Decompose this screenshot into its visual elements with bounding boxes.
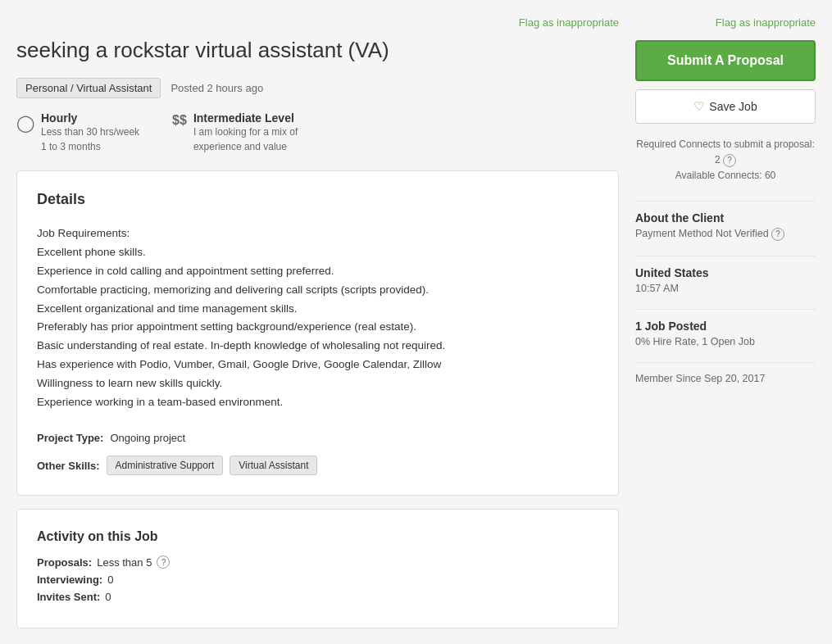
connects-help-icon[interactable]: ? bbox=[723, 154, 736, 167]
proposals-row: Proposals: Less than 5 ? bbox=[37, 556, 598, 569]
divider-3 bbox=[635, 309, 816, 310]
country-section: United States 10:57 AM bbox=[635, 266, 816, 294]
skill-administrative-support[interactable]: Administrative Support bbox=[107, 456, 224, 475]
divider-4 bbox=[635, 362, 816, 363]
jobs-posted-title: 1 Job Posted bbox=[635, 320, 816, 333]
proposals-help-icon[interactable]: ? bbox=[157, 556, 170, 569]
about-client-title: About the Client bbox=[635, 211, 816, 224]
save-job-button[interactable]: ♡ Save Job bbox=[635, 89, 816, 124]
sidebar: Flag as inappropriate Submit A Proposal … bbox=[635, 16, 816, 628]
connects-info: Required Connects to submit a proposal: … bbox=[635, 137, 816, 184]
details-card: Details Job Requirements: Excellent phon… bbox=[16, 170, 619, 496]
project-type-value: Ongoing project bbox=[110, 432, 185, 444]
heart-icon: ♡ bbox=[693, 99, 704, 114]
hourly-label: Hourly bbox=[41, 111, 139, 125]
level-meta: $$ Intermediate Level I am looking for a… bbox=[172, 111, 298, 154]
level-sub: I am looking for a mix of experience and… bbox=[193, 125, 298, 154]
country-name: United States bbox=[635, 266, 816, 279]
divider-1 bbox=[635, 201, 816, 202]
hourly-meta: ◯ Hourly Less than 30 hrs/week 1 to 3 mo… bbox=[16, 111, 139, 154]
details-title: Details bbox=[37, 191, 598, 208]
interviewing-label: Interviewing: bbox=[37, 574, 102, 586]
skills-label: Other Skills: bbox=[37, 460, 100, 472]
project-type-label: Project Type: bbox=[37, 432, 103, 444]
job-description: Job Requirements: Excellent phone skills… bbox=[37, 224, 598, 412]
save-btn-label: Save Job bbox=[709, 100, 757, 113]
skills-row: Other Skills: Administrative Support Vir… bbox=[37, 456, 598, 475]
invites-label: Invites Sent: bbox=[37, 591, 100, 603]
hourly-sub: Less than 30 hrs/week 1 to 3 months bbox=[41, 125, 139, 154]
invites-row: Invites Sent: 0 bbox=[37, 591, 598, 603]
interviewing-row: Interviewing: 0 bbox=[37, 574, 598, 586]
flag-link-sidebar[interactable]: Flag as inappropriate bbox=[635, 16, 816, 29]
interviewing-value: 0 bbox=[107, 574, 113, 586]
member-since: Member Since Sep 20, 2017 bbox=[635, 373, 816, 384]
submit-proposal-button[interactable]: Submit A Proposal bbox=[635, 40, 816, 81]
flag-link[interactable]: Flag as inappropriate bbox=[16, 16, 619, 29]
tags-row: Personal / Virtual Assistant Posted 2 ho… bbox=[16, 78, 619, 98]
payment-status: Payment Method Not Verified ? bbox=[635, 228, 816, 241]
divider-2 bbox=[635, 256, 816, 256]
invites-value: 0 bbox=[105, 591, 111, 603]
payment-help-icon[interactable]: ? bbox=[771, 228, 784, 241]
page-title: seeking a rockstar virtual assistant (VA… bbox=[16, 37, 619, 65]
jobs-posted-sub: 0% Hire Rate, 1 Open Job bbox=[635, 336, 816, 347]
category-tag[interactable]: Personal / Virtual Assistant bbox=[16, 78, 161, 98]
jobs-posted-section: 1 Job Posted 0% Hire Rate, 1 Open Job bbox=[635, 320, 816, 347]
posted-time: Posted 2 hours ago bbox=[170, 82, 263, 94]
activity-title: Activity on this Job bbox=[37, 529, 598, 544]
clock-icon: ◯ bbox=[16, 113, 34, 133]
proposals-label: Proposals: bbox=[37, 556, 92, 569]
member-since-section: Member Since Sep 20, 2017 bbox=[635, 373, 816, 384]
project-type-row: Project Type: Ongoing project bbox=[37, 432, 598, 444]
level-label: Intermediate Level bbox=[193, 111, 298, 125]
activity-card: Activity on this Job Proposals: Less tha… bbox=[16, 509, 619, 628]
dollar-icon: $$ bbox=[172, 113, 187, 128]
skill-virtual-assistant[interactable]: Virtual Assistant bbox=[230, 456, 317, 475]
job-meta: ◯ Hourly Less than 30 hrs/week 1 to 3 mo… bbox=[16, 111, 619, 154]
about-client-section: About the Client Payment Method Not Veri… bbox=[635, 211, 816, 241]
local-time: 10:57 AM bbox=[635, 283, 816, 294]
available-connects: Available Connects: 60 bbox=[635, 168, 816, 184]
proposals-value: Less than 5 bbox=[97, 556, 152, 569]
